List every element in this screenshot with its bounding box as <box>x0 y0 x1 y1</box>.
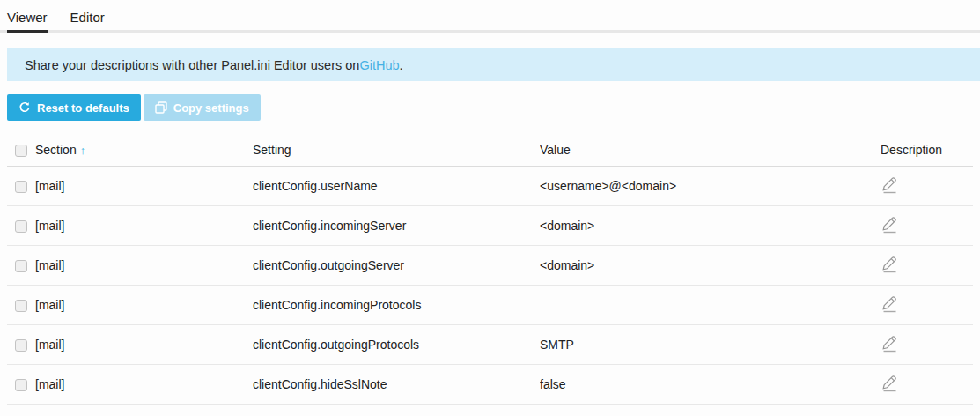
setting-cell: clientConfig.outgoingProtocols <box>253 324 540 364</box>
info-banner: Share your descriptions with other Panel… <box>7 48 980 81</box>
table-header-row: Section↑ Setting Value Description <box>7 134 973 166</box>
edit-pencil-icon[interactable] <box>881 254 899 273</box>
section-cell: [mail] <box>35 324 253 364</box>
tab-bar: Viewer Editor <box>0 0 980 33</box>
reset-to-defaults-label: Reset to defaults <box>37 101 129 115</box>
table-row: [mail] clientConfig.hideSslNote false <box>7 364 973 404</box>
edit-pencil-icon[interactable] <box>881 373 899 392</box>
edit-pencil-icon[interactable] <box>881 214 899 234</box>
table-row: [mail] clientConfig.incomingServer <doma… <box>7 205 973 245</box>
info-banner-text: Share your descriptions with other Panel… <box>25 58 359 72</box>
value-cell <box>540 285 881 324</box>
row-checkbox[interactable] <box>15 339 27 352</box>
setting-cell: clientConfig.hideSslNote <box>253 364 540 404</box>
section-cell: [mail] <box>35 245 253 285</box>
info-banner-suffix: . <box>400 58 403 72</box>
copy-settings-button[interactable]: Copy settings <box>144 94 261 121</box>
table-row: [mail] clientConfig.incomingProtocols <box>7 285 973 324</box>
setting-cell: clientConfig.incomingServer <box>253 205 540 245</box>
value-cell: false <box>540 364 881 404</box>
column-header-setting[interactable]: Setting <box>253 134 540 166</box>
value-cell: <domain> <box>540 205 881 245</box>
column-header-description[interactable]: Description <box>881 134 973 166</box>
setting-cell: clientConfig.incomingProtocols <box>253 285 540 324</box>
copy-settings-label: Copy settings <box>173 101 249 115</box>
github-link[interactable]: GitHub <box>359 58 399 72</box>
edit-pencil-icon[interactable] <box>881 175 899 194</box>
settings-table: Section↑ Setting Value Description [mail… <box>7 134 973 405</box>
edit-pencil-icon[interactable] <box>881 333 899 353</box>
row-checkbox[interactable] <box>15 220 27 233</box>
table-row: [mail] clientConfig.outgoingProtocols SM… <box>7 324 973 364</box>
toolbar: Reset to defaults Copy settings <box>7 94 980 121</box>
section-cell: [mail] <box>35 166 253 205</box>
tab-editor[interactable]: Editor <box>70 0 105 33</box>
row-checkbox[interactable] <box>15 300 27 312</box>
value-cell: <domain> <box>540 245 881 285</box>
edit-pencil-icon[interactable] <box>881 293 899 313</box>
sort-ascending-icon: ↑ <box>80 144 86 157</box>
column-header-section[interactable]: Section↑ <box>35 134 253 166</box>
section-cell: [mail] <box>35 205 253 245</box>
select-all-checkbox[interactable] <box>15 145 27 157</box>
value-cell: <username>@<domain> <box>540 166 881 205</box>
section-cell: [mail] <box>35 364 253 404</box>
reset-icon <box>18 101 31 114</box>
copy-icon <box>155 101 167 114</box>
setting-cell: clientConfig.outgoingServer <box>253 245 540 285</box>
table-row: [mail] clientConfig.outgoingServer <doma… <box>7 245 973 285</box>
column-header-value[interactable]: Value <box>540 134 881 166</box>
reset-to-defaults-button[interactable]: Reset to defaults <box>7 94 141 121</box>
section-cell: [mail] <box>35 285 253 324</box>
setting-cell: clientConfig.userName <box>253 166 540 205</box>
row-checkbox[interactable] <box>15 181 27 193</box>
value-cell: SMTP <box>540 324 881 364</box>
tab-viewer[interactable]: Viewer <box>7 0 48 33</box>
table-row: [mail] clientConfig.userName <username>@… <box>7 166 973 205</box>
section-header-label: Section <box>35 143 77 157</box>
row-checkbox[interactable] <box>15 260 27 272</box>
row-checkbox[interactable] <box>15 379 27 391</box>
